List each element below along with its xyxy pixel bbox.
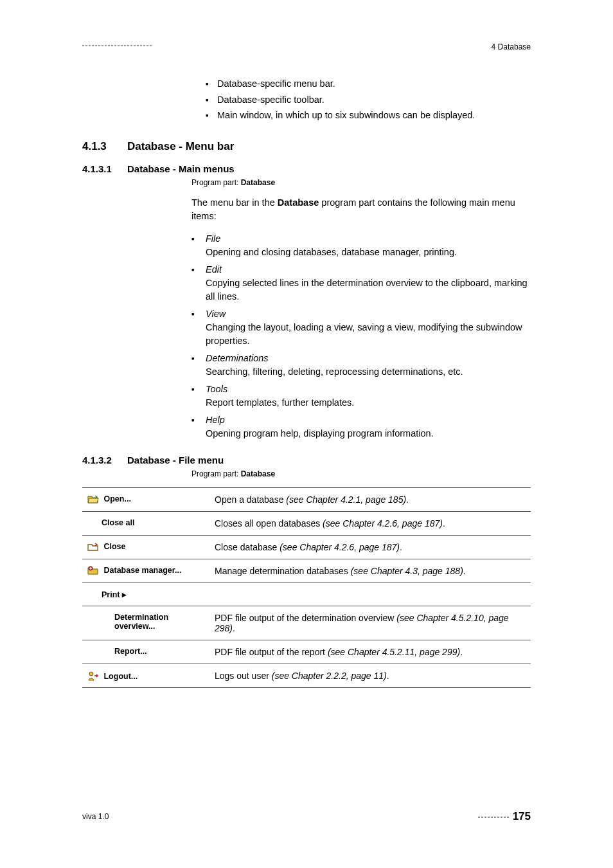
menu-item-db-manager: Database manager... — [82, 559, 211, 583]
pp-value: Database — [241, 469, 275, 478]
text: PDF file output of the determination ove… — [215, 613, 396, 623]
heading-number: 4.1.3.1 — [82, 163, 127, 174]
table-row: Database manager... Manage determination… — [82, 559, 531, 583]
database-manager-icon — [87, 566, 99, 575]
text: Open a database — [215, 494, 286, 505]
list-item: ToolsReport templates, further templates… — [191, 383, 531, 410]
file-menu-table: Open... Open a database (see Chapter 4.2… — [82, 487, 531, 688]
menu-item-determination-overview: Determination overview... — [82, 606, 211, 640]
table-row: Print ▸ — [82, 583, 531, 606]
text: . — [460, 647, 463, 657]
heading-number: 4.1.3.2 — [82, 455, 127, 466]
label: Close — [103, 542, 125, 551]
table-row: Report... PDF file output of the report … — [82, 640, 531, 664]
menu-desc: Changing the layout, loading a view, sav… — [206, 321, 531, 348]
heading-number: 4.1.3 — [82, 140, 127, 153]
label: Print ▸ — [102, 590, 127, 599]
menu-desc: Report templates, further templates. — [206, 396, 531, 410]
reference: (see Chapter 4.5.2.11, page 299) — [328, 647, 460, 657]
menu-name: Determinations — [206, 353, 269, 363]
text-bold: Database — [278, 197, 319, 208]
label: Logout... — [103, 672, 138, 681]
menu-item-open: Open... — [82, 488, 211, 512]
menu-desc: Opening program help, displaying program… — [206, 427, 531, 440]
intro-bullet-list: Database-specific menu bar. Database-spe… — [206, 76, 531, 123]
text: . — [387, 671, 389, 681]
program-part-line: Program part: Database — [191, 469, 531, 478]
label: Database manager... — [103, 566, 181, 575]
reference: (see Chapter 4.3, page 188) — [351, 566, 463, 576]
table-row: Close Close database (see Chapter 4.2.6,… — [82, 536, 531, 559]
header-section: 4 Database — [492, 42, 531, 51]
pp-value: Database — [241, 178, 275, 187]
table-row: Close all Closes all open databases (see… — [82, 512, 531, 536]
logout-icon — [87, 671, 99, 681]
menu-name: Edit — [206, 264, 222, 275]
menu-desc: Close database (see Chapter 4.2.6, page … — [211, 536, 531, 559]
text: . — [463, 566, 466, 576]
menu-name: Help — [206, 415, 225, 425]
pp-label: Program part: — [191, 178, 241, 187]
label: Determination overview... — [114, 613, 168, 631]
page-number: 175 — [513, 810, 531, 822]
table-row: Open... Open a database (see Chapter 4.2… — [82, 488, 531, 512]
menu-desc: Opening and closing databases, database … — [206, 246, 531, 259]
label: Report... — [114, 647, 147, 656]
menu-desc: Logs out user (see Chapter 2.2.2, page 1… — [211, 664, 531, 688]
paragraph: The menu bar in the Database program par… — [191, 196, 531, 223]
table-row: Logout... Logs out user (see Chapter 2.2… — [82, 664, 531, 688]
menu-item-print: Print ▸ — [82, 583, 211, 606]
menu-desc: Open a database (see Chapter 4.2.1, page… — [211, 488, 531, 512]
list-item: ViewChanging the layout, loading a view,… — [191, 307, 531, 348]
list-item: FileOpening and closing databases, datab… — [191, 232, 531, 259]
footer-right: 175 — [478, 810, 531, 823]
page-footer: viva 1.0 175 — [82, 810, 531, 823]
menu-name: Tools — [206, 384, 227, 394]
menu-desc: Manage determination databases (see Chap… — [211, 559, 531, 583]
list-item: Main window, in which up to six subwindo… — [206, 107, 531, 123]
table-row: Determination overview... PDF file outpu… — [82, 606, 531, 640]
list-item: Database-specific menu bar. — [206, 76, 531, 92]
pp-label: Program part: — [191, 469, 241, 478]
list-item: HelpOpening program help, displaying pro… — [191, 413, 531, 440]
menu-item-close-all: Close all — [82, 512, 211, 536]
list-item: Database-specific toolbar. — [206, 92, 531, 108]
text: . — [400, 542, 402, 552]
text: . — [233, 623, 235, 633]
reference: (see Chapter 4.2.1, page 185) — [286, 494, 406, 505]
menu-name: File — [206, 233, 220, 244]
list-item: DeterminationsSearching, filtering, dele… — [191, 352, 531, 379]
header-decor — [82, 45, 153, 46]
label: Close all — [102, 518, 134, 527]
text: . — [443, 518, 445, 529]
close-folder-icon — [87, 542, 99, 551]
menu-item-close: Close — [82, 536, 211, 559]
text: Closes all open databases — [215, 518, 323, 529]
menu-desc-empty — [211, 583, 531, 606]
text: Manage determination databases — [215, 566, 351, 576]
open-folder-icon — [87, 494, 99, 503]
heading-title: Database - Menu bar — [127, 140, 234, 153]
heading-4-1-3-1: 4.1.3.1 Database - Main menus — [82, 163, 531, 174]
heading-title: Database - File menu — [127, 455, 224, 466]
text: The menu bar in the — [191, 197, 278, 208]
footer-left: viva 1.0 — [82, 812, 109, 821]
footer-decor — [478, 817, 509, 818]
reference: (see Chapter 2.2.2, page 11) — [272, 671, 387, 681]
text: Close database — [215, 542, 280, 552]
heading-4-1-3: 4.1.3 Database - Menu bar — [82, 140, 531, 153]
menu-desc: Copying selected lines in the determinat… — [206, 276, 531, 303]
text: . — [406, 494, 409, 505]
svg-point-1 — [89, 672, 93, 676]
program-part-line: Program part: Database — [191, 178, 531, 187]
reference: (see Chapter 4.2.6, page 187) — [280, 542, 400, 552]
label: Open... — [103, 494, 130, 503]
text: Logs out user — [215, 671, 272, 681]
menu-item-report: Report... — [82, 640, 211, 664]
reference: (see Chapter 4.2.6, page 187) — [323, 518, 443, 529]
heading-4-1-3-2: 4.1.3.2 Database - File menu — [82, 455, 531, 466]
heading-title: Database - Main menus — [127, 163, 235, 174]
menu-desc: Closes all open databases (see Chapter 4… — [211, 512, 531, 536]
menu-name: View — [206, 309, 226, 319]
list-item: EditCopying selected lines in the determ… — [191, 263, 531, 303]
